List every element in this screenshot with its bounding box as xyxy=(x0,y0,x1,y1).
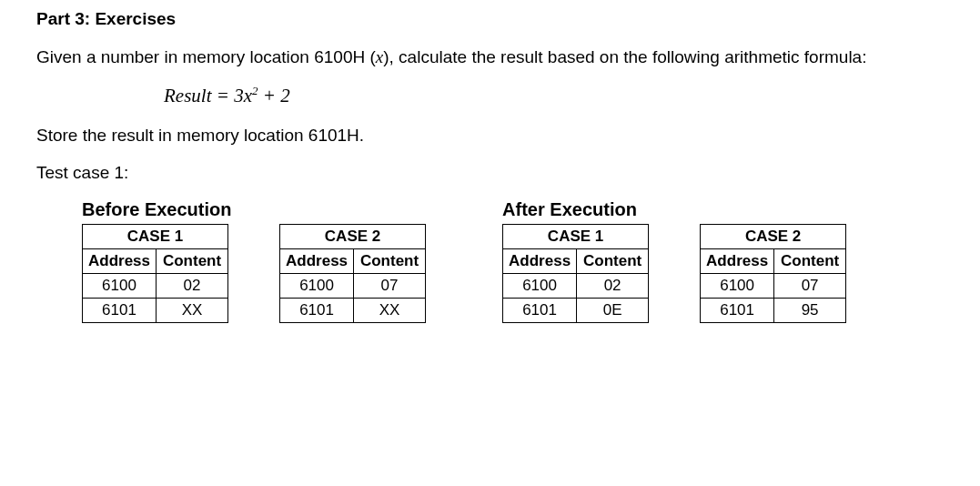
formula-eq: = xyxy=(212,85,235,106)
table-case-label: CASE 1 xyxy=(83,224,228,248)
table-row: 6100 07 xyxy=(280,273,426,298)
table-row: 6101 95 xyxy=(701,298,846,322)
col-header-content: Content xyxy=(354,248,426,273)
formula-lhs: Result xyxy=(164,85,212,106)
intro-variable-x: x xyxy=(376,47,383,66)
cell-address: 6101 xyxy=(701,298,774,322)
table-row: 6100 07 xyxy=(701,273,846,298)
col-header-content: Content xyxy=(157,248,228,273)
cell-content: 0E xyxy=(577,298,649,322)
cell-content: XX xyxy=(157,298,228,322)
formula-var-x: x xyxy=(244,85,252,106)
tables-section: Before Execution CASE 1 Address Content … xyxy=(36,199,944,323)
before-case2-table: CASE 2 Address Content 6100 07 6101 XX xyxy=(279,224,426,323)
before-case1-table: CASE 1 Address Content 6100 02 6101 XX xyxy=(82,224,228,323)
after-tables: CASE 1 Address Content 6100 02 6101 0E C… xyxy=(502,224,846,323)
cell-address: 6100 xyxy=(280,273,354,298)
formula: Result = 3x2 + 2 xyxy=(164,84,944,107)
table-row: 6100 02 xyxy=(503,273,649,298)
intro-paragraph: Given a number in memory location 6100H … xyxy=(36,46,944,69)
after-case1-table: CASE 1 Address Content 6100 02 6101 0E xyxy=(502,224,649,323)
cell-content: XX xyxy=(354,298,426,322)
table-case-label: CASE 1 xyxy=(503,224,649,248)
col-header-address: Address xyxy=(701,248,774,273)
table-row: 6100 02 xyxy=(83,273,228,298)
table-case-label: CASE 2 xyxy=(701,224,846,248)
after-title: After Execution xyxy=(502,199,846,220)
cell-address: 6100 xyxy=(701,273,774,298)
cell-address: 6100 xyxy=(83,273,157,298)
before-title: Before Execution xyxy=(82,199,426,220)
intro-text-a: Given a number in memory location 6100H … xyxy=(36,47,376,66)
after-block: After Execution CASE 1 Address Content 6… xyxy=(502,199,846,323)
col-header-content: Content xyxy=(577,248,649,273)
cell-address: 6101 xyxy=(503,298,577,322)
before-block: Before Execution CASE 1 Address Content … xyxy=(82,199,426,323)
col-header-address: Address xyxy=(503,248,577,273)
section-heading: Part 3: Exercises xyxy=(36,9,944,29)
cell-address: 6100 xyxy=(503,273,577,298)
cell-address: 6101 xyxy=(83,298,157,322)
formula-plus: + xyxy=(258,85,281,106)
after-case2-table: CASE 2 Address Content 6100 07 6101 95 xyxy=(700,224,846,323)
table-case-label: CASE 2 xyxy=(280,224,426,248)
store-line: Store the result in memory location 6101… xyxy=(36,124,944,147)
intro-text-b: ), calculate the result based on the fol… xyxy=(383,47,866,66)
before-tables: CASE 1 Address Content 6100 02 6101 XX C… xyxy=(82,224,426,323)
formula-coeff-3: 3 xyxy=(234,85,244,106)
col-header-address: Address xyxy=(83,248,157,273)
table-row: 6101 XX xyxy=(83,298,228,322)
testcase-label: Test case 1: xyxy=(36,161,944,185)
table-row: 6101 XX xyxy=(280,298,426,322)
cell-content: 07 xyxy=(354,273,426,298)
formula-const-2: 2 xyxy=(280,85,290,106)
cell-content: 07 xyxy=(774,273,846,298)
cell-content: 95 xyxy=(774,298,846,322)
cell-content: 02 xyxy=(577,273,649,298)
col-header-content: Content xyxy=(774,248,846,273)
cell-address: 6101 xyxy=(280,298,354,322)
table-row: 6101 0E xyxy=(503,298,649,322)
col-header-address: Address xyxy=(280,248,354,273)
cell-content: 02 xyxy=(157,273,228,298)
